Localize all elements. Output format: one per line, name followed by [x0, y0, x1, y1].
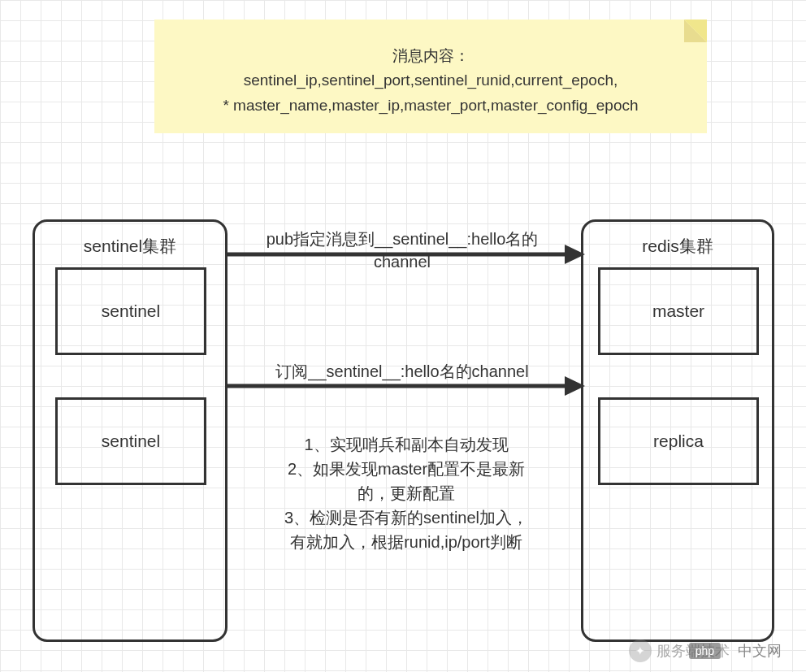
sentinel-cluster-title: sentinel集群	[35, 235, 225, 258]
notes-list: 1、实现哨兵和副本自动发现 2、如果发现master配置不是最新的，更新配置 3…	[276, 432, 536, 554]
message-note: 消息内容： sentinel_ip,sentinel_port,sentinel…	[154, 20, 707, 133]
sentinel-node-1: sentinel	[55, 267, 206, 355]
watermark-cn: 中文网	[738, 641, 782, 661]
sentinel-node-2-label: sentinel	[102, 431, 160, 451]
notes-item-2: 2、如果发现master配置不是最新的，更新配置	[276, 457, 536, 505]
replica-node: replica	[598, 397, 759, 485]
master-node-label: master	[652, 301, 704, 321]
arrow-pub	[228, 230, 585, 282]
replica-node-label: replica	[653, 431, 704, 451]
wechat-icon: ✦	[629, 639, 652, 662]
sentinel-cluster: sentinel集群 sentinel sentinel	[32, 219, 228, 642]
svg-marker-3	[565, 376, 585, 396]
arrow-sub	[228, 362, 585, 414]
note-title: 消息内容：	[175, 44, 687, 68]
redis-cluster: redis集群 master replica	[581, 219, 774, 642]
redis-cluster-title: redis集群	[583, 235, 772, 258]
notes-item-1: 1、实现哨兵和副本自动发现	[276, 432, 536, 457]
notes-item-3: 3、检测是否有新的sentinel加入，有就加入，根据runid,ip/port…	[276, 505, 536, 554]
note-line2: * master_name,master_ip,master_port,mast…	[175, 93, 687, 118]
sentinel-node-2: sentinel	[55, 397, 206, 485]
note-line1: sentinel_ip,sentinel_port,sentinel_runid…	[175, 68, 687, 93]
svg-marker-1	[565, 245, 585, 264]
php-tag: php	[689, 643, 721, 659]
sentinel-node-1-label: sentinel	[102, 301, 160, 321]
master-node: master	[598, 267, 759, 355]
